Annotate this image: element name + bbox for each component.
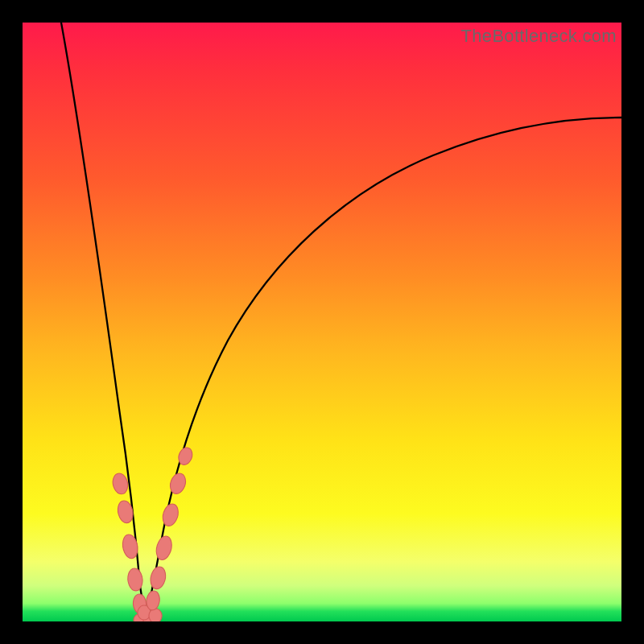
- marker-lobe: [118, 501, 133, 523]
- marker-lobe: [151, 567, 166, 589]
- watermark-text: TheBottleneck.com: [461, 26, 617, 47]
- marker-lobe: [171, 473, 186, 493]
- chart-frame: TheBottleneck.com: [0, 0, 644, 644]
- marker-lobe: [147, 591, 159, 610]
- marker-lobe: [149, 609, 162, 621]
- marker-lobe: [156, 536, 171, 559]
- marker-lobe: [113, 473, 127, 494]
- marker-cluster: [113, 448, 192, 621]
- marker-lobe: [163, 504, 178, 526]
- plot-area: TheBottleneck.com: [23, 23, 621, 621]
- bottleneck-curve: [23, 23, 621, 621]
- marker-lobe: [128, 568, 142, 591]
- curve-left-branch: [61, 23, 146, 618]
- marker-lobe: [179, 448, 192, 464]
- curve-right-branch: [146, 118, 621, 618]
